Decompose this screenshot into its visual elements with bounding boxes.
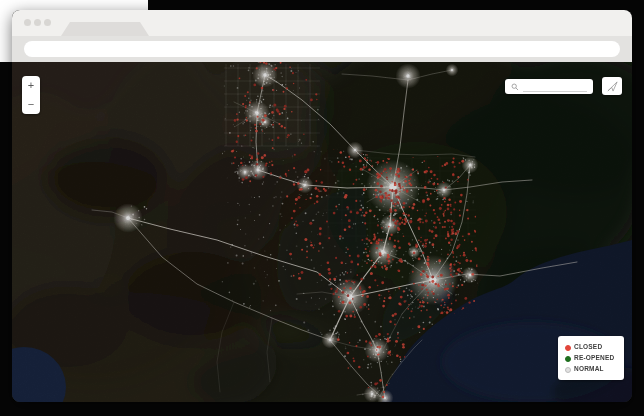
search-input[interactable]	[523, 82, 587, 92]
map-zoom-control: + −	[22, 76, 40, 114]
legend-item: RE-OPENED	[565, 353, 620, 364]
map-viewport[interactable]: + − CLOSEDRE-OPENEDNORMAL	[12, 62, 632, 402]
search-icon	[511, 83, 519, 91]
legend-items: CLOSEDRE-OPENEDNORMAL	[565, 342, 620, 375]
legend-status-dot	[565, 345, 571, 351]
zoom-in-button[interactable]: +	[22, 76, 40, 95]
legend-status-dot	[565, 367, 571, 373]
legend-status-dot	[565, 356, 571, 362]
map-canvas[interactable]	[12, 62, 632, 402]
send-button[interactable]	[602, 77, 622, 95]
legend: CLOSEDRE-OPENEDNORMAL	[558, 336, 624, 380]
legend-item: CLOSED	[565, 342, 620, 353]
browser-window: + − CLOSEDRE-OPENEDNORMAL	[12, 10, 632, 402]
window-control-dot	[44, 19, 51, 26]
satellite-noise-overlay	[12, 62, 632, 402]
browser-tab[interactable]	[61, 22, 149, 36]
address-bar[interactable]	[24, 41, 620, 57]
legend-label: NORMAL	[574, 366, 604, 373]
search-box[interactable]	[505, 79, 593, 94]
legend-label: CLOSED	[574, 344, 602, 351]
window-controls	[24, 19, 51, 26]
legend-label: RE-OPENED	[574, 355, 614, 362]
send-icon	[607, 81, 618, 92]
browser-toolbar	[12, 36, 632, 62]
browser-titlebar	[12, 10, 632, 36]
window-control-dot	[24, 19, 31, 26]
zoom-out-button[interactable]: −	[22, 95, 40, 114]
window-control-dot	[34, 19, 41, 26]
legend-item: NORMAL	[565, 364, 620, 375]
